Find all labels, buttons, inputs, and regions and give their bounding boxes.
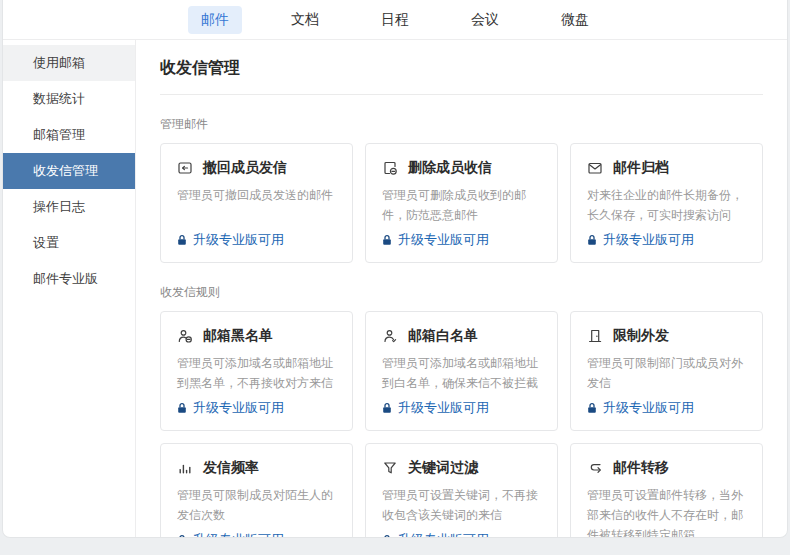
card-title: 邮件归档	[613, 159, 669, 177]
card-title: 撤回成员发信	[203, 159, 287, 177]
tab-schedule[interactable]: 日程	[368, 6, 422, 34]
tab-docs[interactable]: 文档	[278, 6, 332, 34]
sidebar-item-mailbox-management[interactable]: 邮箱管理	[3, 117, 135, 153]
card-header: 邮件归档	[587, 159, 746, 177]
upgrade-pro-label: 升级专业版可用	[398, 231, 489, 249]
mail-archive-icon	[587, 160, 603, 176]
upgrade-pro-link[interactable]: 升级专业版可用	[177, 531, 336, 537]
sidebar-item-statistics[interactable]: 数据统计	[3, 81, 135, 117]
upgrade-pro-link[interactable]: 升级专业版可用	[587, 231, 746, 249]
upgrade-pro-link[interactable]: 升级专业版可用	[177, 399, 336, 417]
card-header: 邮箱白名单	[382, 327, 541, 345]
upgrade-pro-label: 升级专业版可用	[603, 231, 694, 249]
card-header: 限制外发	[587, 327, 746, 345]
card-description: 管理员可添加域名或邮箱地址到白名单，确保来信不被拦截	[382, 353, 541, 393]
section-label-send-receive-rules: 收发信规则	[160, 284, 763, 301]
card-description: 管理员可删除成员收到的邮件，防范恶意邮件	[382, 185, 541, 225]
lock-icon	[177, 534, 187, 537]
sidebar-item-use-mailbox[interactable]: 使用邮箱	[3, 45, 135, 81]
feature-card-blacklist: 邮箱黑名单 管理员可添加域名或邮箱地址到黑名单，不再接收对方来信 升级专业版可用	[160, 311, 353, 431]
feature-card-mail-archive: 邮件归档 对来往企业的邮件长期备份，长久保存，可实时搜索访问 升级专业版可用	[570, 143, 763, 263]
upgrade-pro-label: 升级专业版可用	[193, 531, 284, 537]
card-description: 对来往企业的邮件长期备份，长久保存，可实时搜索访问	[587, 185, 746, 225]
body-layout: 使用邮箱 数据统计 邮箱管理 收发信管理 操作日志 设置 邮件专业版 收发信管理…	[3, 40, 787, 537]
tab-mail[interactable]: 邮件	[188, 6, 242, 34]
card-title: 发信频率	[203, 459, 259, 477]
card-header: 关键词过滤	[382, 459, 541, 477]
upgrade-pro-label: 升级专业版可用	[193, 399, 284, 417]
page-title: 收发信管理	[160, 58, 763, 95]
card-grid-rules: 邮箱黑名单 管理员可添加域名或邮箱地址到黑名单，不再接收对方来信 升级专业版可用	[160, 311, 763, 537]
card-title: 邮件转移	[613, 459, 669, 477]
sidebar: 使用邮箱 数据统计 邮箱管理 收发信管理 操作日志 设置 邮件专业版	[3, 40, 136, 537]
app-panel: 邮件 文档 日程 会议 微盘 使用邮箱 数据统计 邮箱管理 收发信管理 操作日志…	[2, 0, 788, 538]
card-description: 管理员可设置邮件转移，当外部来信的收件人不存在时，邮件被转移到特定邮箱	[587, 485, 746, 537]
blacklist-icon	[177, 328, 193, 344]
section-label-manage-mail: 管理邮件	[160, 116, 763, 133]
upgrade-pro-link[interactable]: 升级专业版可用	[382, 531, 541, 537]
keyword-filter-icon	[382, 460, 398, 476]
card-description: 管理员可撤回成员发送的邮件	[177, 185, 336, 205]
card-header: 邮件转移	[587, 459, 746, 477]
card-description: 管理员可添加域名或邮箱地址到黑名单，不再接收对方来信	[177, 353, 336, 393]
feature-card-restrict-outbound: 限制外发 管理员可限制部门或成员对外发信 升级专业版可用	[570, 311, 763, 431]
lock-icon	[382, 402, 392, 414]
upgrade-pro-label: 升级专业版可用	[398, 531, 489, 537]
feature-card-whitelist: 邮箱白名单 管理员可添加域名或邮箱地址到白名单，确保来信不被拦截 升级专业版可用	[365, 311, 558, 431]
lock-icon	[177, 234, 187, 246]
feature-card-mail-transfer: 邮件转移 管理员可设置邮件转移，当外部来信的收件人不存在时，邮件被转移到特定邮箱…	[570, 443, 763, 537]
card-description: 管理员可设置关键词，不再接收包含该关键词的来信	[382, 485, 541, 525]
feature-card-recall: 撤回成员发信 管理员可撤回成员发送的邮件 升级专业版可用	[160, 143, 353, 263]
upgrade-pro-label: 升级专业版可用	[398, 399, 489, 417]
whitelist-icon	[382, 328, 398, 344]
sidebar-item-settings[interactable]: 设置	[3, 225, 135, 261]
card-title: 关键词过滤	[408, 459, 478, 477]
card-title: 邮箱白名单	[408, 327, 478, 345]
tab-drive[interactable]: 微盘	[548, 6, 602, 34]
send-frequency-icon	[177, 460, 193, 476]
lock-icon	[382, 234, 392, 246]
delete-inbound-icon	[382, 160, 398, 176]
feature-card-keyword-filter: 关键词过滤 管理员可设置关键词，不再接收包含该关键词的来信 升级专业版可用	[365, 443, 558, 537]
lock-icon	[177, 402, 187, 414]
card-header: 删除成员收信	[382, 159, 541, 177]
card-title: 删除成员收信	[408, 159, 492, 177]
feature-card-delete-inbound: 删除成员收信 管理员可删除成员收到的邮件，防范恶意邮件 升级专业版可用	[365, 143, 558, 263]
card-header: 邮箱黑名单	[177, 327, 336, 345]
lock-icon	[587, 402, 597, 414]
card-grid-manage-mail: 撤回成员发信 管理员可撤回成员发送的邮件 升级专业版可用	[160, 143, 763, 263]
card-header: 发信频率	[177, 459, 336, 477]
tab-meeting[interactable]: 会议	[458, 6, 512, 34]
lock-icon	[382, 534, 392, 537]
card-description: 管理员可限制成员对陌生人的发信次数	[177, 485, 336, 525]
lock-icon	[587, 234, 597, 246]
upgrade-pro-link[interactable]: 升级专业版可用	[587, 399, 746, 417]
card-header: 撤回成员发信	[177, 159, 336, 177]
card-title: 邮箱黑名单	[203, 327, 273, 345]
card-title: 限制外发	[613, 327, 669, 345]
sidebar-item-send-receive-management[interactable]: 收发信管理	[3, 153, 135, 189]
restrict-outbound-icon	[587, 328, 603, 344]
upgrade-pro-link[interactable]: 升级专业版可用	[382, 399, 541, 417]
card-description: 管理员可限制部门或成员对外发信	[587, 353, 746, 393]
top-navigation: 邮件 文档 日程 会议 微盘	[3, 0, 787, 40]
upgrade-pro-label: 升级专业版可用	[603, 399, 694, 417]
upgrade-pro-link[interactable]: 升级专业版可用	[177, 231, 336, 249]
recall-icon	[177, 160, 193, 176]
main-content: 收发信管理 管理邮件 撤回成员发信 管理员可撤回成员发送的邮件	[136, 40, 787, 537]
sidebar-item-mail-pro[interactable]: 邮件专业版	[3, 261, 135, 297]
mail-transfer-icon	[587, 460, 603, 476]
sidebar-item-operation-log[interactable]: 操作日志	[3, 189, 135, 225]
upgrade-pro-link[interactable]: 升级专业版可用	[382, 231, 541, 249]
upgrade-pro-label: 升级专业版可用	[193, 231, 284, 249]
feature-card-send-frequency: 发信频率 管理员可限制成员对陌生人的发信次数 升级专业版可用	[160, 443, 353, 537]
